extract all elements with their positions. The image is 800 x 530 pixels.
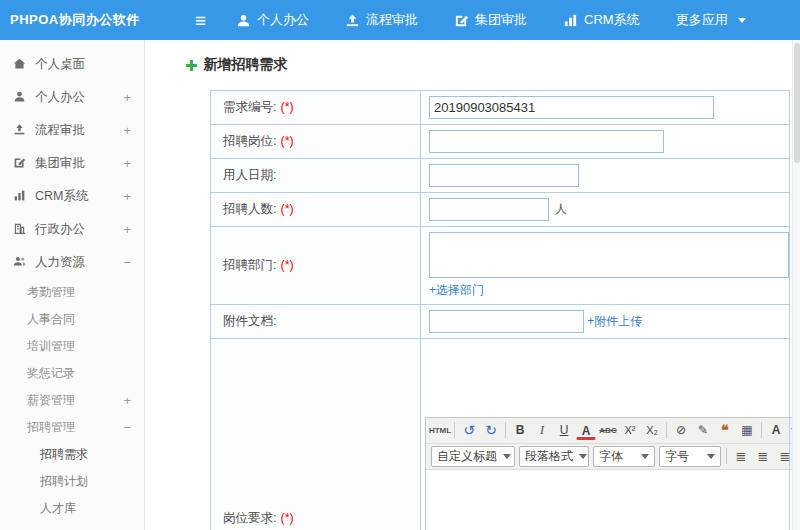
sidebar-item-label: 个人桌面 — [35, 56, 85, 73]
sidebar-item-hr[interactable]: 人力资源 − — [0, 246, 144, 279]
sidebar-item-recruitment-plan[interactable]: 招聘计划 — [0, 468, 144, 495]
sidebar-item-admin-office[interactable]: 行政办公 + — [0, 213, 144, 246]
chevron-down-icon — [707, 454, 715, 459]
nav-item-crm[interactable]: CRM系统 — [563, 11, 640, 29]
sidebar-item-recruitment[interactable]: 招聘管理 − — [0, 414, 144, 441]
sidebar-item-attendance[interactable]: 考勤管理 — [0, 279, 144, 306]
nav-item-personal-office[interactable]: 个人办公 — [236, 11, 309, 29]
attachment-input[interactable] — [429, 310, 584, 333]
sidebar-item-label: 人才库 — [40, 500, 76, 517]
window-scrollbar[interactable] — [792, 40, 800, 530]
sidebar-item-group-approval[interactable]: 集团审批 + — [0, 147, 144, 180]
expand-icon[interactable]: + — [123, 222, 131, 237]
nav-item-more-apps[interactable]: 更多应用 — [676, 11, 746, 29]
expand-icon[interactable]: + — [123, 156, 131, 171]
sidebar-item-label: 个人办公 — [35, 89, 85, 106]
edit-icon — [454, 13, 469, 28]
hire-date-input[interactable] — [429, 164, 579, 187]
headcount-input[interactable] — [429, 198, 549, 221]
align-left-button[interactable]: ≣ — [731, 446, 751, 466]
hr-submenu: 考勤管理 人事合同 培训管理 奖惩记录 薪资管理 + 招聘管理 − — [0, 279, 144, 522]
collapse-icon[interactable]: − — [123, 255, 131, 270]
underline-button[interactable]: U — [554, 420, 574, 440]
form-row-job-requirements: 岗位要求:(*) HTML ↺ ↻ B I U A — [211, 339, 790, 530]
chevron-down-icon — [738, 18, 746, 23]
sidebar-item-workflow-approval[interactable]: 流程审批 + — [0, 114, 144, 147]
font-family-select[interactable]: 字体 — [593, 446, 655, 467]
remove-format-button[interactable]: ⊘ — [671, 420, 691, 440]
sidebar-item-label: 行政办公 — [35, 221, 85, 238]
toolbar-divider — [666, 422, 667, 438]
required-mark: (*) — [280, 100, 293, 114]
font-style-button[interactable]: A — [766, 420, 786, 440]
sidebar-item-label: 流程审批 — [35, 122, 85, 139]
sidebar-item-crm[interactable]: CRM系统 + — [0, 180, 144, 213]
sidebar-item-personal-office[interactable]: 个人办公 + — [0, 81, 144, 114]
html-source-button[interactable]: HTML — [430, 420, 450, 440]
sidebar-item-salary[interactable]: 薪资管理 + — [0, 387, 144, 414]
paragraph-format-select[interactable]: 段落格式 — [519, 446, 589, 467]
chevron-down-icon — [641, 454, 649, 459]
toolbar-divider — [726, 448, 727, 464]
font-size-select-value: 字号 — [665, 448, 689, 465]
page-title-text: 新增招聘需求 — [204, 56, 288, 74]
demand-no-input[interactable] — [429, 96, 714, 119]
expand-icon[interactable]: + — [123, 189, 131, 204]
label-hire-date: 用人日期: — [223, 168, 276, 182]
position-input[interactable] — [429, 130, 664, 153]
form-row-attachment: 附件文档: +附件上传 — [211, 305, 790, 339]
undo-button[interactable]: ↺ — [459, 420, 479, 440]
recruitment-submenu: 招聘需求 招聘计划 人才库 — [0, 441, 144, 522]
sidebar-item-recruitment-demand[interactable]: 招聘需求 — [0, 441, 144, 468]
form-row-hire-date: 用人日期: — [211, 159, 790, 193]
select-department-link[interactable]: +选择部门 — [429, 283, 484, 297]
expand-icon[interactable]: + — [123, 90, 131, 105]
sidebar-item-talent-pool[interactable]: 人才库 — [0, 495, 144, 522]
sidebar-item-training[interactable]: 培训管理 — [0, 333, 144, 360]
italic-button[interactable]: I — [532, 420, 552, 440]
menu-toggle-icon[interactable]: ≡ — [195, 11, 206, 30]
font-size-select[interactable]: 字号 — [659, 446, 721, 467]
nav-item-workflow-approval[interactable]: 流程审批 — [345, 11, 418, 29]
sidebar-item-personal-desktop[interactable]: 个人桌面 — [0, 48, 144, 81]
format-painter-button[interactable]: ✎ — [693, 420, 713, 440]
sidebar-item-label: CRM系统 — [35, 188, 88, 205]
heading-select-value: 自定义标题 — [437, 448, 497, 465]
nav-item-label: 流程审批 — [366, 11, 418, 29]
form-row-position: 招聘岗位:(*) — [211, 125, 790, 159]
nav-item-label: 集团审批 — [475, 11, 527, 29]
collapse-icon[interactable]: − — [123, 420, 131, 435]
align-center-button[interactable]: ≣ — [753, 446, 773, 466]
nav-item-group-approval[interactable]: 集团审批 — [454, 11, 527, 29]
font-color-button[interactable]: A — [576, 423, 596, 440]
chevron-down-icon — [579, 454, 587, 459]
department-textarea[interactable] — [429, 232, 789, 278]
bold-button[interactable]: B — [510, 420, 530, 440]
insert-table-button[interactable]: ▦ — [737, 420, 757, 440]
expand-icon[interactable]: + — [123, 123, 131, 138]
bar-chart-icon — [563, 13, 578, 28]
subscript-button[interactable]: X₂ — [642, 420, 662, 440]
label-headcount: 招聘人数: — [223, 202, 276, 216]
sidebar-item-personnel-contract[interactable]: 人事合同 — [0, 306, 144, 333]
app-title: PHPOA协同办公软件 — [0, 11, 145, 29]
align-right-button[interactable]: ≣ — [775, 446, 792, 466]
label-attachment: 附件文档: — [223, 314, 276, 328]
superscript-button[interactable]: X² — [620, 420, 640, 440]
required-mark: (*) — [280, 511, 293, 525]
sidebar-item-label: 考勤管理 — [27, 284, 75, 301]
strikethrough-button[interactable]: ABC — [598, 420, 618, 440]
redo-button[interactable]: ↻ — [481, 420, 501, 440]
user-icon — [236, 13, 251, 28]
headcount-unit: 人 — [555, 202, 567, 216]
scrollbar-thumb[interactable] — [794, 43, 800, 163]
expand-icon[interactable]: + — [123, 393, 131, 408]
editor-content-area[interactable] — [426, 470, 792, 530]
sidebar-item-label: 招聘管理 — [27, 419, 75, 436]
edit-icon — [13, 156, 35, 172]
heading-select[interactable]: 自定义标题 — [431, 446, 515, 467]
blockquote-button[interactable]: ❝ — [715, 420, 735, 440]
upload-attachment-link[interactable]: +附件上传 — [587, 314, 642, 328]
nav-item-label: 个人办公 — [257, 11, 309, 29]
sidebar-item-rewards[interactable]: 奖惩记录 — [0, 360, 144, 387]
